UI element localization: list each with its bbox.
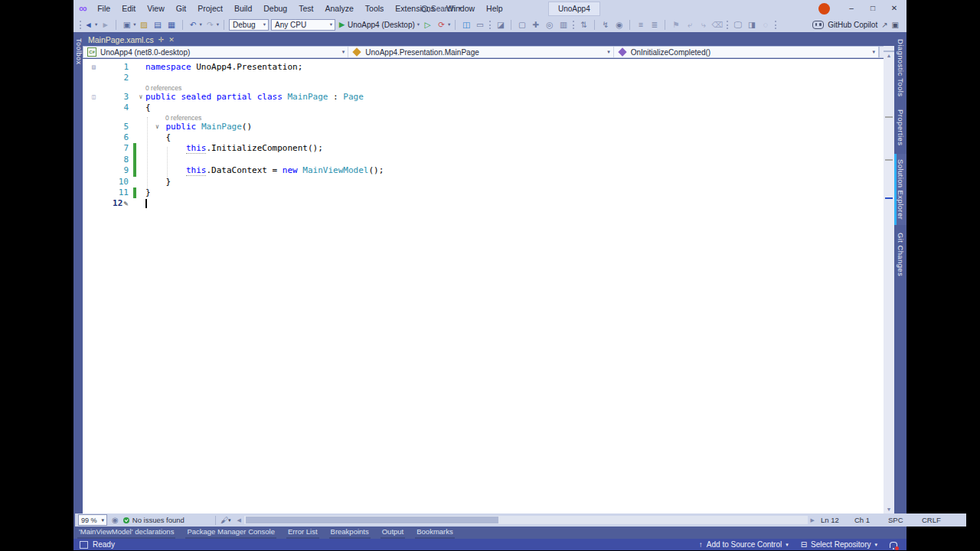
xaml-live-preview-icon[interactable]: ▭ — [474, 18, 485, 31]
user-avatar[interactable] — [818, 3, 830, 15]
code-line[interactable]: 11} — [83, 187, 884, 198]
sync-with-active-document-icon[interactable]: ⇅ — [578, 18, 590, 31]
code-line[interactable]: 9 this.DataContext = new MainViewModel()… — [83, 165, 884, 176]
minimize-button[interactable]: – — [841, 0, 862, 17]
toolbar-grip[interactable] — [775, 21, 776, 29]
chevron-down-icon[interactable]: ▾ — [217, 21, 219, 28]
new-project-icon[interactable]: ▣ — [121, 18, 132, 31]
select-repository-button[interactable]: ⊟ Select Repository ▾ — [801, 540, 877, 549]
close-button[interactable]: ✕ — [884, 0, 905, 17]
code-line[interactable]: 12✎ — [83, 198, 884, 209]
type-dropdown[interactable]: UnoApp4.Presentation.MainPage ▾ — [348, 47, 613, 57]
tab-mainpage-xaml-cs[interactable]: MainPage.xaml.cs ✛ ✕ — [83, 34, 180, 46]
toolbar-grip[interactable] — [489, 21, 491, 29]
scroll-down-arrow-icon[interactable]: ▼ — [884, 506, 894, 514]
menu-debug[interactable]: Debug — [258, 0, 293, 17]
scroll-up-arrow-icon[interactable]: ▲ — [884, 52, 894, 60]
bookmark-next-icon[interactable]: ⤷ — [697, 18, 709, 31]
device-preview-icon[interactable]: 🖵 — [732, 18, 743, 31]
navigate-forward-icon[interactable]: ► — [100, 18, 111, 31]
properties-window-icon[interactable]: ▥ — [557, 18, 569, 31]
code-line[interactable]: 7 this.InitializeComponent(); — [83, 143, 884, 154]
code-line[interactable]: ▤1namespace UnoApp4.Presentation; — [83, 62, 884, 73]
sidetab-diagnostic-tools[interactable]: Diagnostic Tools — [894, 34, 906, 102]
find-in-files-icon[interactable]: ◎ — [544, 18, 555, 31]
menu-view[interactable]: View — [142, 0, 171, 17]
copilot-badge-icon[interactable]: ▣ — [892, 21, 899, 29]
menu-analyze[interactable]: Analyze — [319, 0, 359, 17]
panel-tab-output[interactable]: Output — [381, 527, 406, 539]
save-all-icon[interactable]: ▦ — [166, 18, 178, 31]
comment-selection-icon[interactable]: ≡ — [635, 18, 646, 31]
maximize-button[interactable]: □ — [862, 0, 884, 17]
chevron-down-icon[interactable]: ▾ — [417, 21, 420, 28]
code-line[interactable]: 5∨ public MainPage() — [83, 122, 884, 132]
panel-tab-bookmarks[interactable]: Bookmarks — [415, 527, 455, 539]
menu-project[interactable]: Project — [192, 0, 229, 17]
chevron-down-icon[interactable]: ▾ — [228, 517, 231, 523]
code-editor[interactable]: ▤1namespace UnoApp4.Presentation;20 refe… — [83, 59, 884, 514]
add-reference-icon[interactable]: ✚ — [530, 18, 541, 31]
zoom-dropdown[interactable]: 99 % ▾ — [78, 514, 107, 526]
bookmark-toggle-icon[interactable]: ⚑ — [670, 18, 681, 31]
menu-build[interactable]: Build — [228, 0, 257, 17]
notifications-bell-icon[interactable] — [890, 542, 897, 548]
toolbar-grip[interactable] — [80, 21, 81, 29]
toolbar-grip[interactable] — [573, 21, 574, 29]
bookmark-previous-icon[interactable]: ⤶ — [684, 18, 695, 31]
copilot-label[interactable]: GitHub Copilot — [828, 21, 877, 29]
health-label[interactable]: No issues found — [132, 516, 185, 524]
scroll-left-arrow-icon[interactable]: ◀ — [237, 517, 240, 523]
github-copilot-icon[interactable] — [812, 21, 824, 29]
horizontal-scrollbar[interactable] — [244, 516, 808, 524]
sidetab-solution-explorer[interactable]: Solution Explorer — [894, 154, 906, 225]
vertical-scrollbar[interactable]: ▲ ▼ — [884, 46, 894, 514]
menu-file[interactable]: File — [92, 0, 116, 17]
add-to-source-control-button[interactable]: ↑ Add to Source Control ▾ — [699, 540, 789, 549]
menu-test[interactable]: Test — [293, 0, 319, 17]
pin-tab-icon[interactable]: ✛ — [158, 36, 165, 44]
panel-tab-breakpoints[interactable]: Breakpoints — [329, 527, 371, 539]
code-line[interactable]: ◫3∨public sealed partial class MainPage … — [83, 92, 884, 103]
codelens-references-link[interactable]: 0 references — [145, 114, 201, 122]
open-folder-icon[interactable]: ▨ — [139, 18, 150, 31]
member-dropdown[interactable]: OnInitializeCompleted() ▾ — [614, 47, 878, 57]
panel-tab-error-list[interactable]: Error List — [286, 527, 319, 539]
sidetab-git-changes[interactable]: Git Changes — [894, 227, 906, 282]
chevron-down-icon[interactable]: ▾ — [133, 21, 136, 28]
panel-tab-package-manager-console[interactable]: Package Manager Console — [185, 527, 276, 539]
chevron-down-icon[interactable]: ▾ — [448, 21, 450, 28]
collapse-chevron-icon[interactable]: ∨ — [155, 122, 159, 132]
live-visual-tree-icon[interactable]: ◫ — [460, 18, 472, 31]
menu-git[interactable]: Git — [170, 0, 191, 17]
uncomment-selection-icon[interactable]: ≣ — [648, 18, 660, 31]
menu-help[interactable]: Help — [481, 0, 509, 17]
breakpoint-window-icon[interactable]: ◉ — [613, 18, 625, 31]
menu-tools[interactable]: Tools — [359, 0, 390, 17]
panel-tab--mainviewmodel-declarations[interactable]: 'MainViewModel' declarations — [77, 527, 175, 539]
sidetab-properties[interactable]: Properties — [894, 104, 906, 151]
undo-icon[interactable]: ↶ — [188, 18, 199, 31]
close-tab-icon[interactable]: ✕ — [168, 36, 175, 44]
toggle-designer-icon[interactable]: ◪ — [495, 18, 506, 31]
search-box[interactable]: Search ▾ — [416, 2, 466, 15]
chevron-down-icon[interactable]: ▾ — [200, 21, 202, 28]
copilot-open-chat-icon[interactable]: ↗ — [881, 21, 887, 29]
navigate-backward-icon[interactable]: ◄ — [83, 18, 94, 31]
chevron-down-icon[interactable]: ▾ — [95, 21, 97, 28]
save-icon[interactable]: ▤ — [152, 18, 164, 31]
fold-margin[interactable]: ∨ — [136, 92, 145, 103]
solution-configurations-dropdown[interactable]: Debug▾ — [229, 19, 269, 31]
code-cleanup-icon[interactable]: 🖌 — [220, 516, 228, 524]
new-item-icon[interactable]: ▢ — [516, 18, 528, 31]
start-debugging-button[interactable]: ▶UnoApp4 (Desktop) — [338, 21, 416, 29]
split-view-icon[interactable]: ◨ — [746, 18, 757, 31]
start-without-debugging-icon[interactable]: ▷ — [422, 18, 433, 31]
scroll-right-arrow-icon[interactable]: ▶ — [811, 517, 815, 523]
code-line[interactable]: 6 { — [83, 132, 884, 143]
toolbar-grip[interactable] — [727, 21, 728, 29]
toolbox-tab[interactable]: Toolbox — [74, 34, 83, 70]
scrollbar-split-handle[interactable] — [884, 46, 894, 52]
horizontal-scrollbar-thumb[interactable] — [246, 517, 498, 523]
code-line[interactable]: 2 — [83, 73, 884, 83]
